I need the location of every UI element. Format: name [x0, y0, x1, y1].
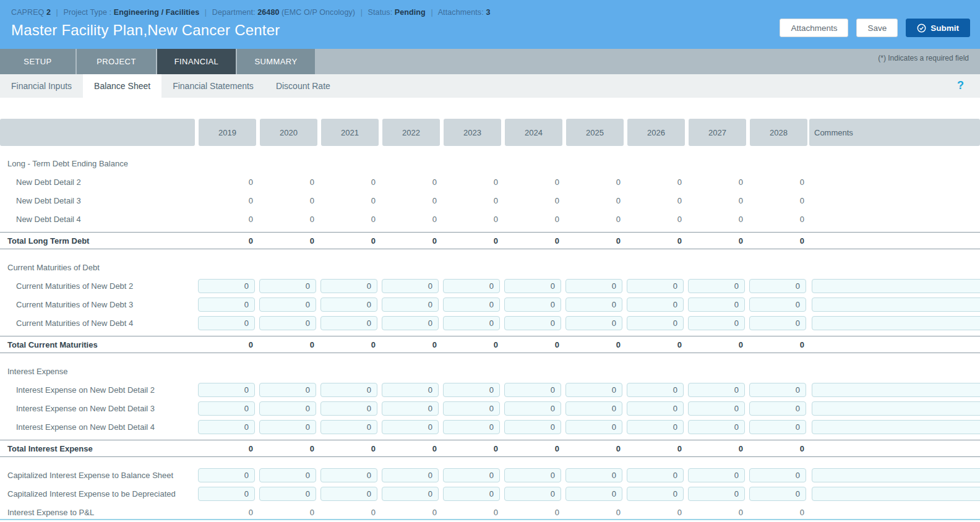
subtab-financial-inputs[interactable]: Financial Inputs: [0, 74, 83, 98]
year-value-input[interactable]: [259, 420, 316, 434]
year-value-input[interactable]: [749, 383, 806, 397]
year-value-input[interactable]: [627, 279, 684, 293]
year-value-input[interactable]: [259, 468, 316, 482]
year-value-input[interactable]: [198, 468, 255, 482]
year-value-input[interactable]: [688, 420, 745, 434]
year-value-input[interactable]: [382, 420, 439, 434]
year-value-input[interactable]: [627, 420, 684, 434]
comment-input[interactable]: [812, 468, 980, 482]
year-value-input[interactable]: [443, 420, 500, 434]
comment-input[interactable]: [812, 383, 980, 397]
year-value-input[interactable]: [504, 279, 561, 293]
year-value-input[interactable]: [320, 468, 377, 482]
year-value-input[interactable]: [688, 468, 745, 482]
year-value-input[interactable]: [320, 279, 377, 293]
comment-input[interactable]: [812, 420, 980, 434]
year-value-input[interactable]: [320, 297, 377, 312]
year-value-input[interactable]: [565, 468, 622, 482]
year-value-input[interactable]: [627, 401, 684, 416]
year-value-input[interactable]: [382, 279, 439, 293]
comment-input[interactable]: [812, 316, 980, 330]
year-value-input[interactable]: [320, 401, 377, 416]
year-value-input[interactable]: [565, 297, 622, 312]
help-icon[interactable]: ?: [957, 74, 964, 96]
year-value-input[interactable]: [382, 401, 439, 416]
year-value-input[interactable]: [382, 487, 439, 501]
year-value-input[interactable]: [688, 487, 745, 501]
year-value-input[interactable]: [504, 487, 561, 501]
year-value-input[interactable]: [382, 316, 439, 330]
year-value-input[interactable]: [443, 297, 500, 312]
year-value-input[interactable]: [627, 487, 684, 501]
year-value-input[interactable]: [627, 297, 684, 312]
year-value-input[interactable]: [198, 316, 255, 330]
year-value-input[interactable]: [688, 279, 745, 293]
year-value-input[interactable]: [565, 316, 622, 330]
year-value-input[interactable]: [320, 420, 377, 434]
comment-input[interactable]: [812, 279, 980, 293]
year-value-input[interactable]: [627, 468, 684, 482]
year-value-input[interactable]: [749, 420, 806, 434]
year-value-input[interactable]: [504, 420, 561, 434]
year-value-input[interactable]: [688, 316, 745, 330]
year-value-input[interactable]: [259, 401, 316, 416]
year-value-input[interactable]: [382, 297, 439, 312]
year-value-input[interactable]: [504, 383, 561, 397]
year-value-input[interactable]: [382, 383, 439, 397]
year-value-input[interactable]: [443, 383, 500, 397]
year-value-input[interactable]: [259, 316, 316, 330]
year-value-input[interactable]: [749, 279, 806, 293]
tab-financial[interactable]: FINANCIAL: [157, 49, 236, 74]
save-button[interactable]: Save: [856, 19, 898, 37]
year-value-input[interactable]: [198, 383, 255, 397]
attachments-button[interactable]: Attachments: [780, 19, 848, 37]
year-value-input[interactable]: [443, 401, 500, 416]
year-value-input[interactable]: [565, 420, 622, 434]
year-value-input[interactable]: [443, 487, 500, 501]
year-value-input[interactable]: [504, 316, 561, 330]
year-value-input[interactable]: [688, 383, 745, 397]
year-value-input[interactable]: [749, 401, 806, 416]
subtab-discount-rate[interactable]: Discount Rate: [265, 74, 342, 98]
year-value-input[interactable]: [565, 487, 622, 501]
year-value-input[interactable]: [198, 487, 255, 501]
year-value-input[interactable]: [259, 487, 316, 501]
year-value-input[interactable]: [443, 279, 500, 293]
year-value-input[interactable]: [198, 401, 255, 416]
year-value-input[interactable]: [382, 468, 439, 482]
year-value-input[interactable]: [565, 279, 622, 293]
tab-project[interactable]: PROJECT: [77, 49, 156, 74]
year-value-input[interactable]: [688, 401, 745, 416]
submit-button[interactable]: Submit: [906, 19, 970, 37]
subtab-balance-sheet[interactable]: Balance Sheet: [83, 74, 161, 98]
year-value-input[interactable]: [198, 297, 255, 312]
year-value-input[interactable]: [688, 297, 745, 312]
tab-setup[interactable]: SETUP: [0, 49, 75, 74]
tab-summary[interactable]: SUMMARY: [237, 49, 315, 74]
year-value-input[interactable]: [320, 383, 377, 397]
comment-input[interactable]: [812, 297, 980, 312]
year-value-input[interactable]: [259, 297, 316, 312]
comment-input[interactable]: [812, 487, 980, 501]
year-value-input[interactable]: [259, 279, 316, 293]
year-value-input[interactable]: [749, 487, 806, 501]
year-value-input[interactable]: [504, 297, 561, 312]
year-value-input[interactable]: [627, 316, 684, 330]
year-value-input[interactable]: [749, 316, 806, 330]
subtab-financial-statements[interactable]: Financial Statements: [161, 74, 265, 98]
year-value-input[interactable]: [198, 420, 255, 434]
year-value-input[interactable]: [443, 316, 500, 330]
year-value-input[interactable]: [504, 468, 561, 482]
year-value-input[interactable]: [320, 487, 377, 501]
comment-input[interactable]: [812, 401, 980, 416]
year-value-input[interactable]: [320, 316, 377, 330]
year-value-input[interactable]: [259, 383, 316, 397]
year-value-input[interactable]: [504, 401, 561, 416]
year-value-input[interactable]: [749, 297, 806, 312]
year-value-input[interactable]: [565, 401, 622, 416]
year-value-input[interactable]: [443, 468, 500, 482]
year-value-input[interactable]: [565, 383, 622, 397]
year-value-input[interactable]: [627, 383, 684, 397]
year-value-input[interactable]: [198, 279, 255, 293]
year-value-input[interactable]: [749, 468, 806, 482]
